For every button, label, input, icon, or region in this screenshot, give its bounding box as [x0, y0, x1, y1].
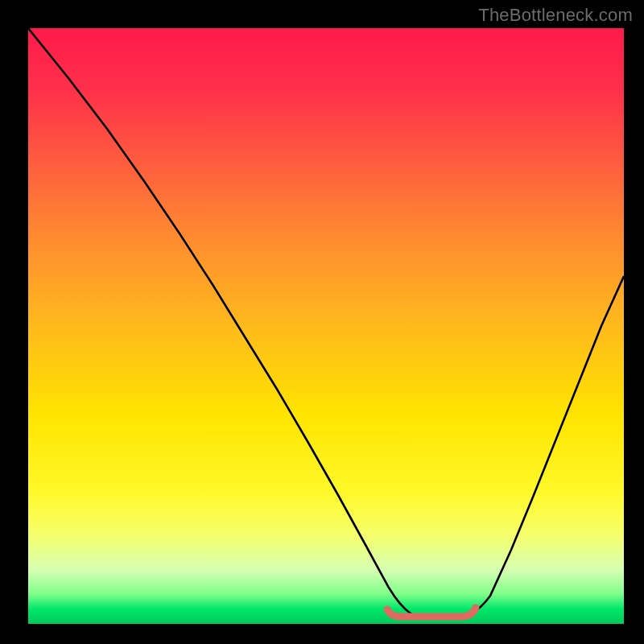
bottleneck-curve [28, 28, 624, 617]
optimal-zone-marker [387, 608, 476, 617]
curve-layer [28, 28, 624, 624]
watermark-text: TheBottleneck.com [478, 5, 633, 26]
chart-frame: TheBottleneck.com [0, 0, 644, 644]
plot-area [28, 28, 624, 624]
